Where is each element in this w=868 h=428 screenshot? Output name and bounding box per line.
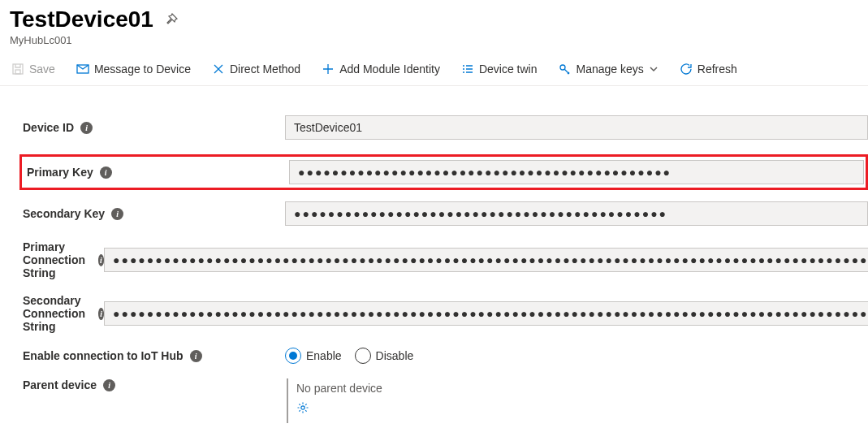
svg-rect-0 [13, 64, 23, 74]
chevron-down-icon [649, 64, 659, 74]
device-id-value[interactable] [285, 115, 868, 140]
message-to-device-button[interactable]: Message to Device [68, 59, 199, 79]
save-button: Save [3, 59, 63, 79]
info-icon[interactable]: i [100, 166, 112, 179]
manage-keys-label: Manage keys [576, 63, 643, 76]
primary-conn-row: Primary Connection String i ●●●●●●●●●●●●… [19, 240, 868, 279]
secondary-key-label: Secondary Key [23, 207, 105, 220]
mail-icon [76, 63, 89, 76]
disable-radio[interactable]: Disable [355, 348, 414, 364]
parent-device-label: Parent device [23, 378, 97, 391]
content: Device ID i Primary Key i ●●●●●●●●●●●●●●… [0, 86, 868, 423]
secondary-conn-value[interactable]: ●●●●●●●●●●●●●●●●●●●●●●●●●●●●●●●●●●●●●●●●… [104, 301, 868, 326]
breadcrumb: MyHubLc001 [10, 34, 858, 46]
gear-icon [296, 401, 309, 414]
secondary-conn-label: Secondary Connection String [23, 294, 92, 333]
list-icon [461, 63, 474, 76]
enable-conn-label: Enable connection to IoT Hub [23, 349, 184, 362]
info-icon[interactable]: i [111, 208, 123, 220]
svg-rect-1 [15, 70, 20, 74]
direct-method-icon [212, 63, 225, 76]
add-module-button[interactable]: Add Module Identity [313, 59, 448, 79]
refresh-icon [680, 63, 693, 76]
info-icon[interactable]: i [98, 254, 104, 266]
refresh-label: Refresh [697, 63, 737, 76]
enable-conn-row: Enable connection to IoT Hub i Enable Di… [19, 348, 868, 364]
enable-label: Enable [306, 349, 342, 362]
add-module-label: Add Module Identity [339, 63, 440, 76]
save-label: Save [29, 63, 55, 76]
configure-parent-button[interactable] [296, 401, 309, 414]
enable-radio[interactable]: Enable [285, 348, 342, 364]
device-id-row: Device ID i [19, 115, 868, 140]
device-id-label: Device ID [23, 121, 74, 134]
parent-device-value: No parent device [296, 382, 868, 395]
secondary-conn-row: Secondary Connection String i ●●●●●●●●●●… [19, 294, 868, 333]
svg-point-4 [301, 406, 304, 409]
info-icon[interactable]: i [103, 379, 115, 391]
page-title: TestDevice01 [10, 6, 153, 32]
refresh-button[interactable]: Refresh [672, 59, 745, 79]
primary-conn-value[interactable]: ●●●●●●●●●●●●●●●●●●●●●●●●●●●●●●●●●●●●●●●●… [104, 248, 868, 272]
direct-label: Direct Method [230, 63, 300, 76]
primary-key-label: Primary Key [27, 166, 93, 179]
primary-key-value[interactable]: ●●●●●●●●●●●●●●●●●●●●●●●●●●●●●●●●●●●●●●●●… [289, 160, 864, 184]
info-icon[interactable]: i [80, 122, 93, 134]
page-header: TestDevice01 MyHubLc001 [0, 0, 868, 51]
pin-icon[interactable] [165, 12, 179, 27]
twin-label: Device twin [479, 63, 538, 76]
device-twin-button[interactable]: Device twin [453, 59, 546, 79]
plus-icon [322, 63, 335, 76]
info-icon[interactable]: i [190, 350, 202, 362]
secondary-key-row: Secondary Key i ●●●●●●●●●●●●●●●●●●●●●●●●… [19, 201, 868, 226]
primary-conn-label: Primary Connection String [23, 240, 92, 279]
primary-key-highlight: Primary Key i ●●●●●●●●●●●●●●●●●●●●●●●●●●… [19, 154, 868, 190]
parent-device-row: Parent device i No parent device [19, 378, 868, 423]
radio-unselected-icon [355, 348, 371, 364]
primary-key-row: Primary Key i ●●●●●●●●●●●●●●●●●●●●●●●●●●… [24, 160, 864, 184]
save-icon [11, 63, 24, 76]
manage-keys-button[interactable]: Manage keys [550, 59, 666, 79]
direct-method-button[interactable]: Direct Method [204, 59, 309, 79]
secondary-key-value[interactable]: ●●●●●●●●●●●●●●●●●●●●●●●●●●●●●●●●●●●●●●●●… [285, 201, 868, 226]
toolbar: Save Message to Device Direct Method Add… [0, 51, 868, 86]
key-icon [558, 63, 571, 76]
disable-label: Disable [376, 349, 414, 362]
radio-selected-icon [285, 348, 301, 364]
message-label: Message to Device [94, 63, 191, 76]
